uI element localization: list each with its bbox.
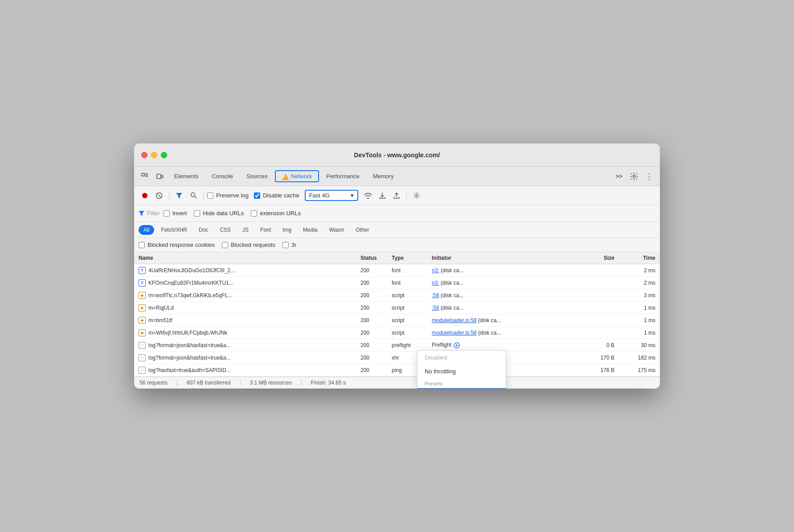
settings-icon[interactable] — [627, 169, 641, 184]
inspector-icon[interactable] — [138, 169, 152, 184]
table-row[interactable]: T KFOmCnqEu92Fr1Mu4mxKKTU1... 200 font n… — [134, 277, 660, 289]
preserve-log-label[interactable]: Preserve log — [207, 192, 249, 199]
blocked-cookies-label[interactable]: Blocked response cookies — [139, 241, 215, 248]
search-button[interactable] — [187, 189, 200, 202]
table-row[interactable]: T 4UaRrENHsxJlGDuGo1OIlJfC6l_2... 200 fo… — [134, 264, 660, 277]
preserve-log-checkbox[interactable] — [207, 192, 213, 199]
table-row[interactable]: □ log?format=json&hasfast=true&a... 200 … — [134, 352, 660, 364]
extension-urls-checkbox[interactable] — [251, 210, 257, 217]
type-filter-media[interactable]: Media — [298, 225, 323, 235]
header-status[interactable]: Status — [360, 255, 392, 261]
dropdown-item-fast4g[interactable]: ✓ Fast 4G — [417, 388, 506, 389]
type-filter-js[interactable]: JS — [237, 225, 254, 235]
tab-performance[interactable]: Performance — [320, 170, 365, 182]
row-time: 1 ms — [620, 305, 655, 311]
row-type: script — [392, 317, 432, 323]
filter-bar: Filter Invert Hide data URLs extension U… — [134, 205, 660, 222]
row-name: 4UaRrENHsxJlGDuGo1OIlJfC6l_2... — [148, 267, 235, 274]
type-filter-img[interactable]: Img — [278, 225, 296, 235]
type-filter-all[interactable]: All — [139, 225, 154, 235]
third-party-checkbox[interactable] — [282, 242, 289, 248]
script-icon: ◈ — [139, 317, 146, 324]
table-row[interactable]: ◈ m=RqjULd 200 script :58 (disk ca... 1 … — [134, 302, 660, 314]
dropdown-item-no-throttling[interactable]: No throttling — [417, 364, 506, 378]
filter-input-container[interactable]: Filter — [139, 210, 160, 217]
traffic-lights[interactable] — [141, 152, 167, 158]
tabs-bar: Elements Console Sources ! Network Perfo… — [134, 167, 660, 186]
row-initiator: :58 (disk ca... — [432, 292, 580, 299]
header-name[interactable]: Name — [139, 255, 360, 261]
invert-label[interactable]: Invert — [164, 210, 187, 217]
maximize-button[interactable] — [161, 152, 167, 158]
throttle-dropdown-arrow: ▾ — [351, 192, 354, 199]
import-har-button[interactable] — [376, 189, 389, 202]
disable-cache-label[interactable]: Disable cache — [254, 192, 299, 199]
filter-button[interactable] — [173, 189, 185, 202]
third-party-label[interactable]: 3r — [282, 241, 297, 248]
table-row[interactable]: ◈ m=ws9Tlc,n73qwf,GkRiKb,e5qFL... 200 sc… — [134, 289, 660, 302]
type-filter-fetch-xhr[interactable]: Fetch/XHR — [156, 225, 192, 235]
online-button[interactable] — [362, 189, 374, 202]
throttle-dropdown: Disabled No throttling Presets ✓ Fast 4G… — [417, 350, 506, 389]
row-name: m=bm51tf — [148, 317, 172, 323]
tab-memory[interactable]: Memory — [367, 170, 400, 182]
blocked-cookies-checkbox[interactable] — [139, 242, 145, 248]
row-name: m=RqjULd — [148, 305, 174, 311]
row-type: script — [392, 305, 432, 311]
disable-cache-checkbox[interactable] — [254, 192, 260, 199]
requests-count: 56 requests — [139, 380, 168, 386]
network-settings-button[interactable] — [410, 189, 423, 202]
blocked-requests-text: Blocked requests — [231, 241, 275, 248]
type-filter-other[interactable]: Other — [351, 225, 374, 235]
throttle-select[interactable]: Fast 4G ▾ — [305, 190, 358, 201]
hide-data-urls-checkbox[interactable] — [194, 210, 200, 217]
record-button[interactable] — [139, 189, 151, 202]
type-filter-font[interactable]: Font — [255, 225, 276, 235]
row-name: log?format=json&hasfast=true&a... — [148, 342, 231, 348]
table-row[interactable]: ◈ m=Wt6vjf,hhhU8,FCpbqb,WhJNk 200 script… — [134, 327, 660, 339]
device-toolbar-icon[interactable] — [153, 169, 167, 184]
blocked-requests-label[interactable]: Blocked requests — [222, 241, 275, 248]
blocked-requests-checkbox[interactable] — [222, 242, 228, 248]
toolbar-divider-2 — [203, 191, 204, 200]
row-time: 30 ms — [620, 342, 655, 348]
table-row[interactable]: □ log?hasfast=true&auth=SAPISID... 200 p… — [134, 364, 660, 376]
header-initiator[interactable]: Initiator — [432, 255, 580, 261]
dots-menu-icon[interactable]: ⋮ — [642, 169, 656, 184]
ping-icon: □ — [139, 367, 146, 374]
toolbar-divider-3 — [406, 191, 407, 200]
tab-console[interactable]: Console — [205, 170, 239, 182]
type-filter-doc[interactable]: Doc — [194, 225, 213, 235]
hide-data-urls-label[interactable]: Hide data URLs — [194, 210, 244, 217]
tab-elements[interactable]: Elements — [168, 170, 205, 182]
filter-icon — [139, 211, 144, 216]
minimize-button[interactable] — [151, 152, 157, 158]
third-party-text: 3r — [291, 241, 297, 248]
row-status: 200 — [360, 292, 392, 299]
tab-sources[interactable]: Sources — [240, 170, 274, 182]
svg-point-12 — [416, 195, 417, 196]
row-status: 200 — [360, 305, 392, 311]
svg-rect-0 — [142, 173, 144, 176]
header-time[interactable]: Time — [620, 255, 655, 261]
table-row[interactable]: ◈ m=bm51tf 200 script moduleloader.js:58… — [134, 314, 660, 327]
invert-text: Invert — [172, 210, 187, 217]
extension-urls-label[interactable]: extension URLs — [251, 210, 301, 217]
invert-checkbox[interactable] — [164, 210, 170, 217]
close-button[interactable] — [141, 152, 147, 158]
row-initiator: n3: (disk ca... — [432, 267, 580, 274]
table-row[interactable]: □ log?format=json&hasfast=true&a... 200 … — [134, 339, 660, 352]
type-filter-wasm[interactable]: Wasm — [324, 225, 349, 235]
header-type[interactable]: Type — [392, 255, 432, 261]
svg-rect-4 — [157, 174, 161, 179]
extension-urls-text: extension URLs — [260, 210, 301, 217]
export-har-button[interactable] — [390, 189, 403, 202]
clear-button[interactable] — [153, 189, 165, 202]
more-tabs-button[interactable]: >> — [612, 169, 626, 184]
tab-network[interactable]: ! Network — [275, 170, 319, 182]
transferred-size: 807 kB transferred — [187, 380, 231, 386]
header-size[interactable]: Size — [580, 255, 620, 261]
type-filter-css[interactable]: CSS — [215, 225, 236, 235]
finish-time: Finish: 34.65 s — [311, 380, 346, 386]
row-status: 200 — [360, 280, 392, 286]
